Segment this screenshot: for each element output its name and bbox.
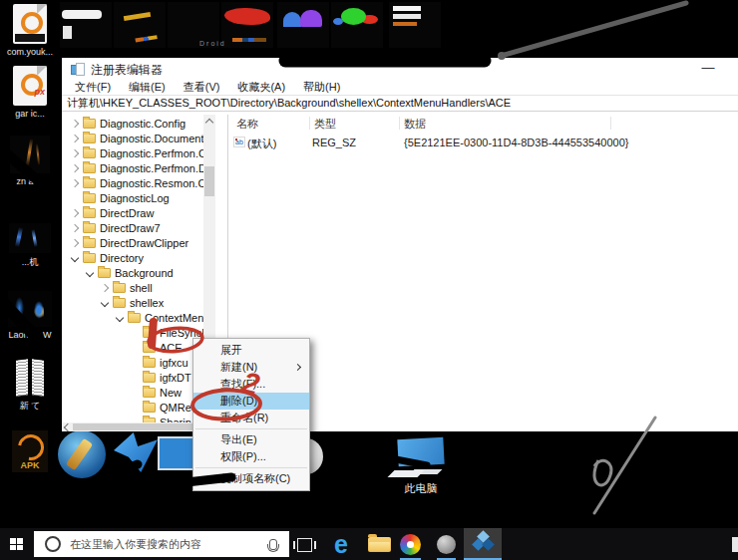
tree-item-contextmenu[interactable]: ContextMenu (62, 310, 203, 325)
minimize-button[interactable]: — (692, 58, 724, 80)
apk-icon: APK (12, 430, 48, 472)
start-button[interactable] (0, 528, 34, 560)
tree-item-diagnostic-perfmon-d[interactable]: Diagnostic.Perfmon.D (62, 160, 203, 175)
menubar-item[interactable]: 收藏夹(A) (228, 80, 294, 95)
tree-item-diagnostic-config[interactable]: Diagnostic.Config (62, 116, 203, 131)
context-menu-item[interactable]: 权限(P)... (193, 448, 309, 465)
chevron-down-icon[interactable] (101, 298, 109, 306)
chevron-right-icon[interactable] (71, 119, 79, 127)
tree-item-diagnostic-perfmon-c[interactable]: Diagnostic.Perfmon.C (62, 145, 203, 160)
file-explorer-icon[interactable] (368, 537, 391, 552)
vertical-scroll-thumb[interactable] (204, 166, 214, 196)
microphone-icon[interactable] (269, 539, 277, 550)
tree-item-background[interactable]: Background (62, 265, 203, 280)
edge-browser-icon[interactable] (328, 531, 354, 557)
gray-sphere-app-icon[interactable] (437, 535, 456, 554)
context-menu-item[interactable]: 复制项名称(C) (193, 470, 309, 487)
desktop-tile[interactable] (114, 2, 166, 48)
context-menu-item[interactable]: 查找(F)... (193, 376, 309, 393)
taskbar-search-box[interactable]: 在这里输入你要搜索的内容 (34, 531, 289, 557)
taskbar: 在这里输入你要搜索的内容 (0, 528, 738, 560)
column-type[interactable]: 类型 (314, 117, 336, 132)
tree-item-directdrawclipper[interactable]: DirectDrawClipper (62, 235, 203, 250)
tree-item-label: DiagnosticLog (100, 192, 170, 204)
desktop-icon-label: ...机 (1, 256, 59, 269)
desktop-icon[interactable]: ...机 (1, 223, 59, 269)
chevron-right-icon[interactable] (101, 283, 109, 291)
tree-item-directdraw7[interactable]: DirectDraw7 (62, 220, 203, 235)
regedit-taskbar-button[interactable] (464, 528, 502, 560)
menubar-item[interactable]: 查看(V) (175, 80, 229, 95)
tree-item-diagnosticlog[interactable]: DiagnosticLog (62, 190, 203, 205)
scroll-left-icon[interactable] (64, 423, 72, 431)
column-data[interactable]: 数据 (404, 117, 426, 132)
menubar-item[interactable]: 编辑(E) (120, 80, 175, 95)
chevron-right-icon[interactable] (71, 163, 79, 171)
horizontal-scroll-thumb[interactable] (73, 423, 192, 430)
desktop-icon[interactable]: APK (1, 430, 59, 475)
cleaner-app-icon[interactable] (58, 430, 106, 478)
desktop-icon[interactable]: 新 て (1, 359, 59, 413)
chevron-right-icon[interactable] (71, 148, 79, 156)
tree-item-label: New (160, 387, 182, 399)
column-separator[interactable] (309, 117, 310, 130)
tree-item-label: FileSyncEx (160, 327, 203, 339)
folder-icon (83, 208, 96, 218)
scroll-up-icon[interactable] (205, 119, 213, 127)
tree-item-igfxcu[interactable]: igfxcu (62, 355, 203, 370)
tree-item-igfxdt[interactable]: igfxDT (62, 370, 203, 385)
desktop-icon-this-pc[interactable]: 此电脑 (389, 438, 453, 496)
menubar-item[interactable]: 帮助(H) (294, 80, 349, 95)
chevron-right-icon[interactable] (71, 223, 79, 231)
folder-icon (83, 178, 96, 188)
desktop-icon[interactable]: Laoh ac W (1, 291, 59, 340)
tree-item-shellex[interactable]: shellex (62, 295, 203, 310)
tree-item-label: DirectDrawClipper (100, 237, 188, 249)
photos-app-icon[interactable] (400, 534, 421, 555)
tree-item-qmre[interactable]: QMRe (62, 400, 203, 415)
tree-item-new[interactable]: New (62, 385, 203, 400)
folder-icon (83, 119, 96, 129)
value-name: (默认) (247, 137, 276, 151)
column-separator[interactable] (610, 117, 611, 130)
menubar-item[interactable]: 文件(F) (66, 80, 120, 95)
tree-item-diagnostic-document[interactable]: Diagnostic.Document (62, 131, 203, 145)
chevron-right-icon[interactable] (71, 208, 79, 216)
desktop-tile[interactable] (331, 2, 383, 48)
blue-bird-app-icon[interactable] (114, 432, 158, 472)
chevron-down-icon[interactable] (116, 313, 124, 321)
tree-item-filesyncex[interactable]: FileSyncEx (62, 325, 203, 340)
title-bar[interactable]: 注册表编辑器 — (62, 58, 738, 80)
desktop-tile[interactable] (277, 2, 329, 48)
chevron-down-icon[interactable] (86, 268, 94, 276)
tree-item-shell[interactable]: shell (62, 280, 203, 295)
context-menu-item[interactable]: 展开 (193, 342, 309, 359)
chevron-right-icon[interactable] (71, 178, 79, 186)
context-menu-item[interactable]: 删除(D) (193, 393, 309, 410)
desktop-icon[interactable]: pxgar ic... (1, 66, 59, 119)
task-view-button[interactable] (297, 538, 312, 552)
tree-item-directdraw[interactable]: DirectDraw (62, 205, 203, 220)
context-menu-item[interactable]: 导出(E) (193, 431, 309, 448)
column-separator[interactable] (399, 117, 400, 130)
address-bar[interactable]: 计算机\HKEY_CLASSES_ROOT\Directory\Backgrou… (62, 95, 738, 112)
desktop-icon[interactable]: com.youk... (1, 4, 59, 57)
folder-icon (98, 268, 111, 278)
tree-item-diagnostic-resmon-c[interactable]: Diagnostic.Resmon.C (62, 175, 203, 190)
tree-item-directory[interactable]: Directory (62, 250, 203, 265)
folder-icon (143, 373, 156, 383)
desktop-tile[interactable] (60, 2, 112, 48)
folder-icon (143, 388, 156, 398)
file-orange-icon (13, 4, 47, 44)
chevron-down-icon[interactable] (71, 253, 79, 261)
desktop-tile[interactable] (389, 2, 441, 48)
column-name[interactable]: 名称 (236, 117, 258, 132)
context-menu-item[interactable]: 新建(N) (193, 359, 309, 376)
chevron-right-icon[interactable] (71, 238, 79, 246)
chevron-right-icon[interactable] (71, 134, 79, 141)
tree-item-ace[interactable]: ACE (62, 340, 203, 355)
context-menu-item[interactable]: 重命名(R) (193, 410, 309, 426)
value-row[interactable]: (默认) REG_SZ {5E2121EE-0300-11D4-8D3B-444… (228, 136, 738, 150)
desktop-tile[interactable] (221, 2, 273, 48)
desktop-icon[interactable]: zn a ... (1, 136, 59, 186)
